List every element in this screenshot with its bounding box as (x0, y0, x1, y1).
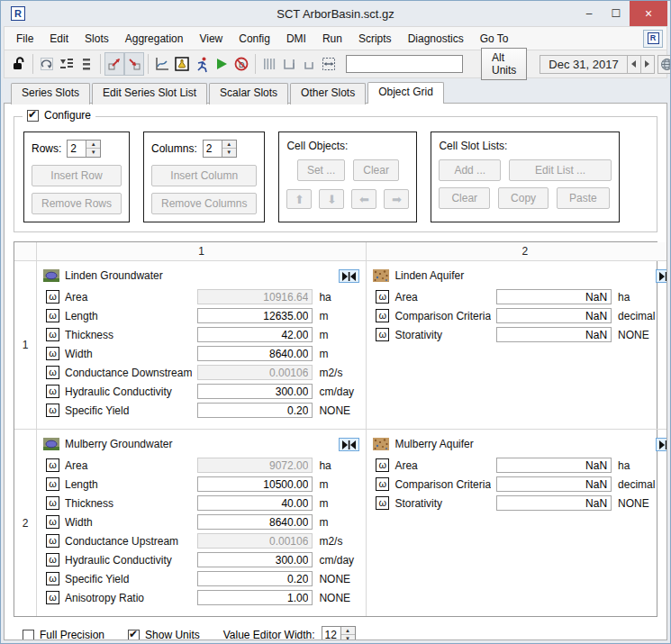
riverware-workspace-button[interactable]: R (643, 30, 663, 48)
value-editor-width-input[interactable] (322, 627, 340, 640)
slot-value-input[interactable] (197, 327, 313, 342)
rows-spinner[interactable]: ▲▼ (67, 140, 101, 158)
slot-value-input[interactable] (197, 552, 313, 567)
menu-scripts[interactable]: Scripts (350, 28, 400, 50)
column-width-button[interactable] (259, 52, 279, 76)
remove-rows-button[interactable]: Remove Rows (32, 193, 122, 214)
slot-value-input[interactable] (496, 308, 612, 323)
collapse-cell-button[interactable] (656, 438, 667, 451)
tab-scalar-slots[interactable]: Scalar Slots (209, 83, 288, 104)
alt-units-button[interactable]: Alt Units (481, 48, 527, 80)
grid-row-header-2[interactable]: 2 (14, 430, 37, 616)
grid-row-header-1[interactable]: 1 (14, 261, 37, 430)
columns-spinner[interactable]: ▲▼ (203, 140, 237, 158)
collapse-cell-button[interactable] (339, 438, 359, 451)
clear-list-button[interactable]: Clear (439, 187, 490, 209)
full-precision-checkbox[interactable] (23, 630, 34, 641)
move-left-button[interactable]: ⬅ (351, 189, 376, 209)
slot-value-input[interactable] (197, 571, 313, 586)
menu-run[interactable]: Run (314, 28, 350, 50)
tab-object-grid[interactable]: Object Grid (367, 82, 444, 104)
slot-value-input[interactable] (197, 384, 313, 399)
columns-spin-down-icon[interactable]: ▼ (222, 149, 236, 157)
import-button[interactable] (124, 52, 144, 76)
collapse-right-button[interactable] (299, 52, 319, 76)
add-slots-button[interactable]: Add ... (439, 159, 501, 181)
menu-file[interactable]: File (8, 28, 41, 50)
edit-list-button[interactable]: Edit List ... (509, 159, 612, 181)
grid-column-header-2[interactable]: 2 (367, 242, 667, 261)
menu-slots[interactable]: Slots (77, 28, 117, 50)
set-object-button[interactable]: Set ... (297, 159, 345, 181)
menu-aggregation[interactable]: Aggregation (117, 28, 192, 50)
goto-date-button[interactable] (657, 55, 671, 74)
value-editor-width-spinner[interactable]: ▲▼ (322, 626, 356, 640)
insert-row-button[interactable]: Insert Row (32, 165, 122, 186)
menu-dmi[interactable]: DMI (278, 28, 314, 50)
rows-spin-up-icon[interactable]: ▲ (86, 141, 100, 149)
move-down-button[interactable]: ⬇ (319, 189, 344, 209)
slot-value-input[interactable] (197, 458, 313, 473)
minimize-button[interactable]: – (576, 1, 603, 26)
rows-spinner-input[interactable] (68, 141, 86, 157)
show-units-checkbox[interactable] (128, 630, 140, 641)
next-date-button[interactable] (641, 55, 655, 74)
collapse-left-button[interactable] (279, 52, 299, 76)
columns-spin-up-icon[interactable]: ▲ (222, 141, 236, 149)
copy-list-button[interactable]: Copy (498, 187, 549, 209)
menu-diagnostics[interactable]: Diagnostics (400, 28, 472, 50)
start-run-button[interactable] (212, 52, 231, 76)
clear-object-button[interactable]: Clear (353, 159, 399, 181)
insert-column-button[interactable]: Insert Column (151, 165, 257, 186)
collapse-cell-button[interactable] (656, 269, 667, 283)
lock-toggle-button[interactable] (9, 52, 29, 76)
fit-columns-button[interactable] (319, 52, 339, 76)
slot-value-input[interactable] (197, 590, 313, 605)
slot-value-input[interactable] (197, 514, 313, 530)
slot-value-input[interactable] (197, 289, 313, 304)
grid-column-header-1[interactable]: 1 (37, 242, 367, 261)
slot-value-input[interactable] (496, 458, 612, 473)
slot-value-input[interactable] (197, 308, 313, 323)
slot-list-button[interactable] (77, 52, 96, 76)
snapshot-button[interactable] (172, 52, 192, 76)
menu-edit[interactable]: Edit (41, 28, 77, 50)
tab-other-slots[interactable]: Other Slots (290, 83, 366, 104)
tab-edit-series-slot-list[interactable]: Edit Series Slot List (92, 83, 207, 104)
prev-date-button[interactable] (628, 55, 641, 74)
plot-button[interactable] (152, 52, 172, 76)
menu-config[interactable]: Config (231, 28, 278, 50)
aggregate-rows-button[interactable] (57, 52, 77, 76)
export-button[interactable] (104, 52, 124, 76)
columns-spinner-input[interactable] (204, 141, 222, 157)
slot-value-input[interactable] (496, 495, 612, 511)
configure-checkbox[interactable] (27, 110, 39, 122)
slot-value-input[interactable] (197, 346, 313, 361)
slot-value-input[interactable] (197, 533, 313, 549)
slot-value-input[interactable] (197, 476, 313, 492)
width-spin-up-icon[interactable]: ▲ (341, 627, 355, 635)
slot-value-input[interactable] (197, 365, 313, 380)
move-up-button[interactable]: ⬆ (286, 189, 312, 209)
width-spin-down-icon[interactable]: ▼ (341, 635, 355, 640)
slot-value-input[interactable] (197, 403, 313, 418)
rotate-view-button[interactable] (37, 52, 57, 76)
run-control-button[interactable] (192, 52, 212, 76)
slot-value-input[interactable] (496, 289, 612, 304)
move-right-button[interactable]: ➡ (384, 189, 409, 209)
maximize-button[interactable]: ☐ (603, 1, 630, 26)
menu-goto[interactable]: Go To (472, 28, 517, 50)
rows-spin-down-icon[interactable]: ▼ (86, 149, 100, 157)
stop-run-button[interactable]: D (231, 52, 251, 76)
paste-list-button[interactable]: Paste (557, 187, 610, 209)
slot-value-input[interactable] (197, 495, 313, 511)
close-button[interactable]: × (630, 1, 667, 26)
date-display[interactable]: Dec 31, 2017 (540, 55, 627, 74)
slot-value-input[interactable] (496, 327, 612, 342)
menu-view[interactable]: View (191, 28, 231, 50)
collapse-cell-button[interactable] (339, 269, 359, 283)
remove-columns-button[interactable]: Remove Columns (151, 193, 257, 214)
tab-series-slots[interactable]: Series Slots (11, 83, 90, 104)
slot-value-input[interactable] (496, 476, 612, 492)
toolbar-search-input[interactable] (346, 55, 463, 73)
